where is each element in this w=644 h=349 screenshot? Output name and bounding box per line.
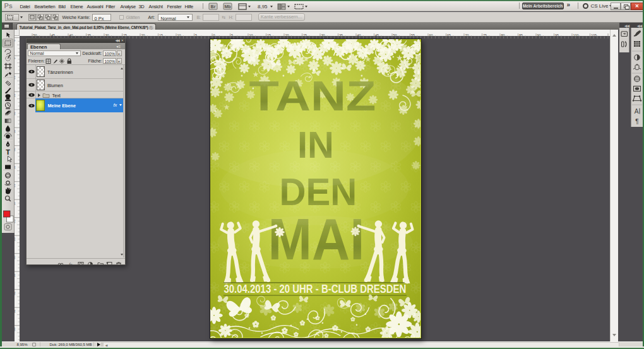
- svg-text:85: 85: [519, 33, 523, 37]
- svg-text:60: 60: [429, 33, 433, 37]
- svg-text:5: 5: [15, 57, 16, 59]
- svg-text:10: 10: [15, 76, 16, 80]
- svg-text:30: 30: [15, 148, 16, 151]
- svg-text:35: 35: [87, 33, 91, 37]
- svg-text:5: 5: [231, 33, 233, 37]
- svg-text:95: 95: [555, 33, 559, 37]
- svg-text:50: 50: [33, 33, 37, 37]
- svg-text:20: 20: [141, 33, 145, 37]
- svg-text:¶: ¶: [635, 118, 638, 125]
- svg-text:25: 25: [123, 33, 127, 37]
- svg-text:30: 30: [105, 33, 109, 37]
- svg-text:70: 70: [15, 292, 16, 295]
- svg-text:25: 25: [303, 33, 307, 37]
- svg-text:45: 45: [51, 33, 55, 37]
- svg-text:65: 65: [447, 33, 451, 37]
- svg-text:45: 45: [15, 201, 16, 205]
- svg-text:fx.: fx.: [69, 262, 73, 266]
- svg-text:75: 75: [15, 309, 16, 313]
- svg-text:90: 90: [537, 33, 541, 37]
- svg-text:15: 15: [15, 93, 16, 97]
- svg-text:0: 0: [213, 33, 215, 37]
- svg-text:30: 30: [321, 33, 325, 37]
- svg-text:45: 45: [375, 33, 379, 37]
- svg-text:50: 50: [15, 220, 16, 223]
- svg-text:Br: Br: [210, 4, 215, 9]
- svg-text:70: 70: [465, 33, 469, 37]
- svg-text:15: 15: [159, 33, 163, 37]
- svg-text:10: 10: [249, 33, 253, 37]
- svg-text:8,95: 8,95: [258, 4, 268, 9]
- svg-text:50: 50: [393, 33, 397, 37]
- svg-text:5: 5: [195, 33, 197, 37]
- svg-text:30.04.2013 - 20 UHR - B-CLUB D: 30.04.2013 - 20 UHR - B-CLUB DRESDEN: [224, 282, 407, 295]
- svg-text:60: 60: [15, 256, 16, 259]
- svg-text:25: 25: [15, 129, 16, 133]
- svg-text:20: 20: [285, 33, 289, 37]
- svg-text:105: 105: [591, 33, 597, 37]
- svg-text:40: 40: [15, 184, 16, 187]
- svg-text:80: 80: [501, 33, 505, 37]
- svg-text:40: 40: [69, 33, 73, 37]
- svg-text:55: 55: [15, 237, 16, 241]
- svg-text:0: 0: [15, 40, 16, 42]
- svg-text:A: A: [635, 108, 639, 115]
- svg-text:80: 80: [15, 328, 16, 331]
- svg-text:T: T: [6, 149, 10, 157]
- svg-text:55: 55: [411, 33, 415, 37]
- svg-text:10: 10: [177, 33, 181, 37]
- svg-text:100: 100: [573, 33, 579, 37]
- svg-text:35: 35: [15, 165, 16, 169]
- svg-text:20: 20: [15, 112, 16, 115]
- svg-text:40: 40: [357, 33, 361, 37]
- svg-text:65: 65: [15, 273, 16, 277]
- svg-text:Mb: Mb: [224, 4, 230, 9]
- svg-text:75: 75: [483, 33, 487, 37]
- svg-text:15: 15: [267, 33, 271, 37]
- svg-text:35: 35: [339, 33, 343, 37]
